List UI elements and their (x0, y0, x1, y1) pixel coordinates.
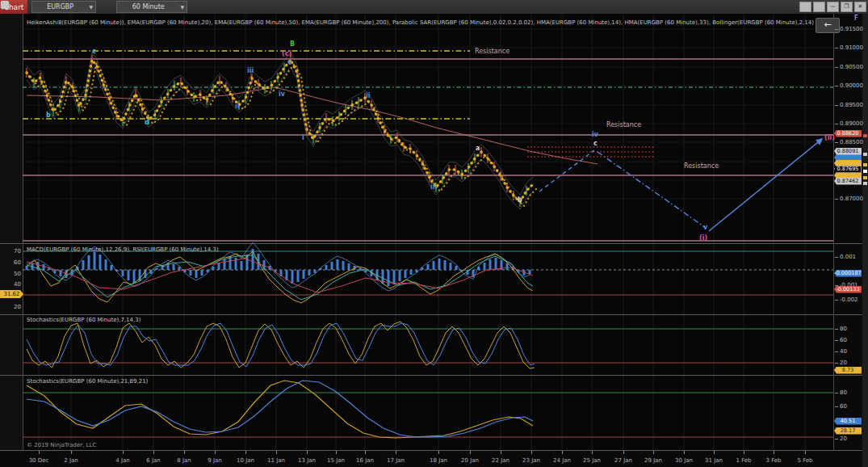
wave-label: v (287, 59, 291, 66)
price-axis[interactable] (833, 14, 862, 451)
pencil-icon[interactable] (214, 1, 228, 13)
chevron-down-icon: ▼ (89, 4, 93, 10)
wave-label: c (593, 140, 598, 147)
tick-dash (835, 105, 838, 106)
date-tick-dash (336, 451, 337, 454)
date-tick-label: 2 Jan (57, 457, 85, 464)
resistance-label: Resistance (684, 162, 719, 170)
price-marker-badge: 0.87695 (834, 166, 862, 173)
wave-label: b (518, 196, 522, 204)
date-tick-dash (365, 451, 366, 454)
date-tick-label: 31 Jan (700, 457, 728, 464)
wave-label: (i) (699, 234, 707, 242)
market-analyzer-icon[interactable] (311, 1, 325, 13)
date-tick-label: 11 Jan (262, 457, 290, 464)
tick-dash (835, 285, 838, 286)
date-tick-dash (774, 451, 774, 454)
date-tick-label: 4 Jan (109, 457, 136, 464)
price-tick-label: 0.91500 (835, 26, 863, 32)
edge-marker (863, 163, 867, 166)
close-button[interactable]: ✕ (854, 2, 866, 12)
tick-dash (835, 142, 838, 143)
report-icon[interactable] (279, 1, 292, 13)
stochastics-value-badge: 8.73 (834, 367, 862, 374)
zoom-in-icon[interactable] (230, 1, 244, 13)
date-tick-dash (501, 451, 501, 454)
date-tick-dash (592, 451, 593, 454)
tick-dash (835, 340, 838, 341)
data-series-icon[interactable] (359, 1, 373, 13)
price-marker-icon[interactable] (198, 1, 212, 13)
date-tick-dash (438, 451, 439, 454)
wave-label: iii (430, 183, 437, 191)
draw-line-icon[interactable] (327, 1, 341, 13)
tick-dash (835, 439, 838, 440)
instrument-selector[interactable]: EURGBP ▼ (31, 1, 96, 13)
wave-label: d (145, 119, 149, 126)
date-tick-label: 24 Jan (548, 457, 576, 464)
window-button-1[interactable] (799, 2, 811, 12)
date-tick-dash (184, 451, 185, 454)
edge-marker (863, 182, 867, 185)
date-tick-dash (805, 451, 806, 454)
price-tick-label: 0.87000 (835, 196, 863, 202)
date-tick-dash (245, 451, 246, 454)
date-tick-dash (39, 451, 40, 454)
date-tick-label: 8 Jan (170, 457, 198, 464)
left-scale-margin (0, 14, 23, 451)
restore-button[interactable]: ❐ (841, 2, 853, 12)
stochastics1-panel-label: Stochastics(EURGBP (60 Minute),7,14,3) (27, 317, 140, 323)
macd-rsi-panel-label: MACD(EURGBP (60 Minute),12,26,9), RSI(EU… (27, 246, 219, 253)
wave-label: ii (366, 92, 370, 99)
price-tick-label: 0.91000 (835, 44, 863, 51)
price-marker-badge: 0.88091 (834, 148, 862, 155)
chart-area[interactable] (23, 14, 833, 451)
ninjatrader-chart-window: Chart EURGBP ▼ 60 Minute ▼ —❐✕ HeikenAsh… (0, 0, 868, 467)
tick-dash (835, 257, 838, 258)
rsi-value-badge: 31.62 (0, 290, 23, 298)
date-tick-label: 3 Feb (760, 457, 787, 464)
date-tick-label: 15 Jan (322, 457, 350, 464)
tick-dash (835, 29, 838, 30)
window-button-2[interactable] (813, 2, 825, 12)
macd-value-badge: -0.000187 (834, 270, 862, 277)
minimize-button[interactable]: — (827, 2, 839, 12)
price-tick-label: 0.89000 (835, 120, 863, 127)
instrument-search-icon[interactable] (99, 1, 112, 13)
price-tick-label: 0.88500 (835, 139, 863, 145)
chevron-down-icon: ▼ (180, 4, 184, 10)
rsi-left-tick-label: 20 (8, 304, 21, 310)
focus-indicator-label: F (854, 15, 858, 22)
date-tick-dash (531, 451, 532, 454)
chart-trader-icon[interactable] (295, 1, 308, 13)
tick-dash (835, 406, 838, 407)
wave-label: iv (592, 131, 598, 138)
price-tick-label: 0.90500 (835, 64, 863, 70)
date-tick-label: 10 Jan (232, 457, 259, 464)
price-tick-label: 20 (835, 360, 847, 366)
interval-value: 60 Minute (120, 3, 177, 11)
date-tick-dash (307, 451, 308, 454)
date-tick-label: 6 Jan (140, 457, 167, 464)
edge-marker (863, 153, 867, 156)
interval-selector[interactable]: 60 Minute ▼ (116, 1, 187, 13)
crosshair-icon[interactable] (262, 1, 276, 13)
tick-dash (835, 67, 838, 68)
date-tick-label: 18 Jan (425, 457, 452, 464)
tick-dash (835, 363, 838, 364)
date-tick-label: 9 Jan (201, 457, 229, 464)
edge-marker (863, 170, 867, 173)
tick-dash (835, 86, 838, 86)
window-edge-strip (862, 14, 868, 467)
zoom-out-icon[interactable] (246, 1, 260, 13)
toolbar: Chart EURGBP ▼ 60 Minute ▼ —❐✕ (0, 0, 868, 15)
stochastics-value-badge: 28.17 (834, 427, 862, 435)
date-tick-dash (653, 451, 654, 454)
date-tick-dash (123, 451, 124, 454)
date-tick-label: 25 Jan (578, 457, 606, 464)
snapshot-icon[interactable] (343, 1, 357, 13)
date-tick-label: 1 Feb (730, 457, 757, 464)
price-marker-badge: 0.88620 (834, 130, 862, 137)
price-tick-label: 0.001 (835, 254, 856, 260)
date-tick-label: 27 Jan (610, 457, 637, 464)
